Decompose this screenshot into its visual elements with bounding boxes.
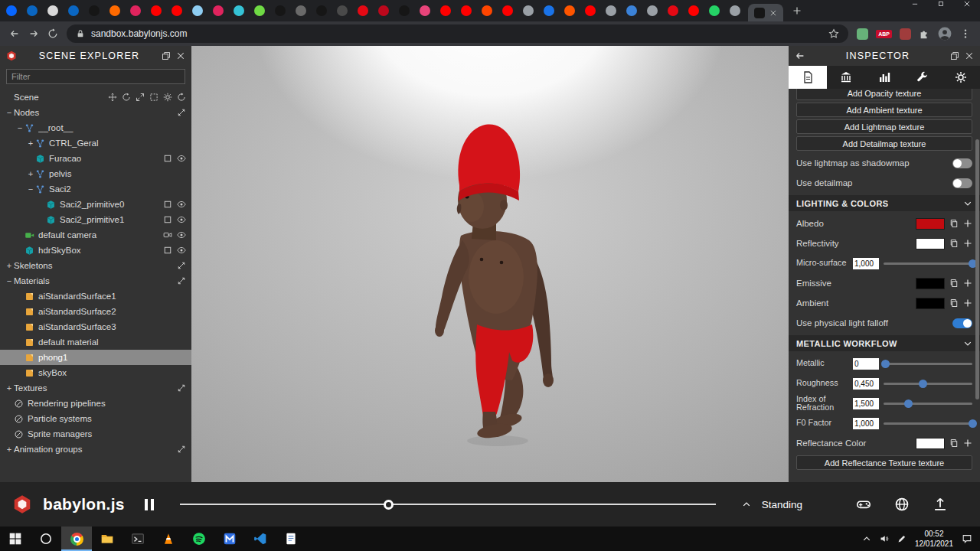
file-tab-button[interactable] (789, 66, 827, 89)
inspector-scrollbar[interactable] (975, 139, 979, 399)
windows-start-taskbar-button[interactable] (0, 527, 31, 551)
cortana-taskbar-button[interactable] (31, 527, 61, 551)
use-detailmap-toggle[interactable] (952, 178, 972, 188)
tree-item-aistandardsurface2[interactable]: aiStandardSurface2 (0, 304, 191, 319)
refresh-icon[interactable] (177, 93, 186, 102)
tree-item-aistandardsurface1[interactable]: aiStandardSurface1 (0, 289, 191, 304)
chevron-up-icon[interactable] (862, 534, 871, 543)
gear-icon[interactable] (163, 93, 172, 102)
adguard-extension-icon[interactable] (857, 28, 868, 40)
plus-icon[interactable] (963, 439, 972, 448)
bookmark-star-icon[interactable] (828, 28, 839, 39)
tab-favicon[interactable] (730, 5, 740, 16)
close-panel-icon[interactable] (176, 51, 185, 60)
tree-item-furacao[interactable]: Furacao (0, 151, 191, 166)
current-animation-label[interactable]: Standing (762, 499, 802, 510)
checkbox-icon[interactable] (163, 215, 172, 224)
tree-item-scene[interactable]: Scene (0, 90, 191, 105)
tab-favicon[interactable] (523, 5, 534, 16)
plus-icon[interactable] (963, 239, 972, 248)
metallic-input[interactable] (853, 358, 879, 370)
tree-item-saci2-primitive0[interactable]: Saci2_primitive0 (0, 197, 191, 212)
pause-button[interactable] (145, 499, 154, 510)
roughness-input[interactable] (853, 378, 879, 390)
browser-forward-button[interactable] (28, 28, 39, 39)
index-of-refraction-slider[interactable] (884, 403, 972, 405)
expander-toggle[interactable]: + (5, 261, 14, 270)
tree-item-default-camera[interactable]: default camera (0, 227, 191, 243)
active-tab[interactable] (748, 4, 783, 21)
move-gizmo-icon[interactable] (108, 93, 117, 102)
use-lightmap-as-shadowmap-toggle[interactable] (952, 158, 972, 168)
tree-item-hdrskybox[interactable]: hdrSkyBox (0, 243, 191, 258)
eye-icon[interactable] (177, 200, 186, 209)
tab-favicon[interactable] (399, 5, 410, 16)
expand-all-icon[interactable] (177, 108, 186, 117)
tab-favicon[interactable] (606, 5, 616, 16)
tree-item-sprite-managers[interactable]: Sprite managers (0, 426, 191, 442)
tab-favicon[interactable] (316, 5, 327, 16)
tab-favicon[interactable] (420, 5, 430, 16)
eye-icon[interactable] (177, 215, 186, 224)
browser-menu-button[interactable] (960, 28, 971, 39)
export-icon[interactable] (933, 497, 948, 512)
tree-item-default-material[interactable]: default material (0, 334, 191, 350)
tree-item-nodes[interactable]: −Nodes (0, 105, 191, 120)
tab-favicon[interactable] (688, 5, 699, 16)
videocam-icon[interactable] (163, 230, 172, 240)
tree-item-ctrl-geral[interactable]: +CTRL_Geral (0, 135, 191, 151)
tree-item-root[interactable]: −__root__ (0, 120, 191, 135)
expand-all-icon[interactable] (177, 276, 186, 285)
reflectivity-color-swatch[interactable] (916, 238, 945, 249)
plus-icon[interactable] (963, 298, 972, 308)
rotate-gizmo-icon[interactable] (122, 93, 131, 102)
tab-favicon[interactable] (192, 5, 203, 16)
onetab-extension-icon[interactable] (900, 28, 911, 40)
section-lighting-colors[interactable]: LIGHTING & COLORS (789, 195, 980, 211)
vlc-taskbar-button[interactable] (153, 527, 184, 551)
tab-favicon[interactable] (647, 5, 658, 16)
use-physical-light-falloff-toggle[interactable] (952, 318, 972, 328)
debug-tab-button[interactable] (827, 66, 865, 89)
tree-item-particle-systems[interactable]: Particle systems (0, 411, 191, 426)
slider-knob[interactable] (904, 399, 913, 408)
bbox-gizmo-icon[interactable] (149, 93, 158, 102)
browser-reload-button[interactable] (47, 28, 58, 39)
address-bar[interactable]: sandbox.babylonjs.com (67, 24, 848, 43)
slider-knob[interactable] (919, 380, 927, 388)
folder-taskbar-button[interactable] (92, 527, 122, 551)
pen-icon[interactable] (897, 534, 906, 543)
section-metallic-workflow[interactable]: METALLIC WORKFLOW (789, 335, 980, 351)
copy-icon[interactable] (949, 219, 959, 228)
scale-gizmo-icon[interactable] (136, 93, 145, 102)
timeline-knob[interactable] (384, 500, 394, 510)
tree-item-textures[interactable]: +Textures (0, 380, 191, 396)
copy-icon[interactable] (949, 439, 959, 448)
add-opacity-texture-button[interactable]: Add Opacity texture (796, 89, 972, 100)
tree-item-rendering-pipelines[interactable]: Rendering pipelines (0, 396, 191, 411)
minimize-button[interactable] (902, 0, 928, 8)
tab-favicon[interactable] (585, 5, 596, 16)
expand-all-icon[interactable] (177, 445, 186, 454)
emissive-color-swatch[interactable] (916, 278, 945, 289)
tree-item-materials[interactable]: −Materials (0, 273, 191, 289)
expander-toggle[interactable]: − (26, 184, 35, 194)
tab-favicon[interactable] (68, 5, 79, 16)
close-window-button[interactable] (954, 0, 980, 8)
checkbox-icon[interactable] (163, 154, 172, 163)
albedo-color-swatch[interactable] (916, 218, 945, 230)
expander-toggle[interactable]: − (5, 108, 14, 117)
tree-item-skybox[interactable]: skyBox (0, 365, 191, 380)
gamepad-icon[interactable] (856, 497, 871, 512)
extensions-puzzle-icon[interactable] (919, 28, 929, 39)
close-panel-icon[interactable] (965, 51, 974, 60)
render-canvas[interactable] (191, 46, 789, 482)
animation-list-caret[interactable] (742, 500, 751, 509)
tab-favicon[interactable] (482, 5, 492, 16)
notification-center-icon[interactable] (962, 533, 972, 544)
expander-toggle[interactable]: − (5, 276, 14, 285)
new-tab-button[interactable] (792, 6, 802, 15)
stats-tab-button[interactable] (865, 66, 903, 89)
tree-item-animation-groups[interactable]: +Animation groups (0, 442, 191, 457)
chrome-taskbar-button[interactable] (61, 527, 92, 551)
